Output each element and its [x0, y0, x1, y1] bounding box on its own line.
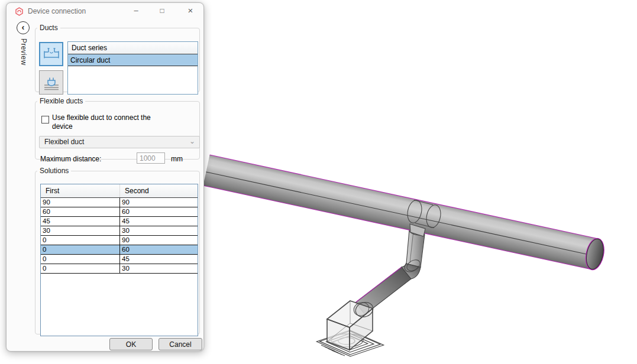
solutions-table-header: First Second — [41, 184, 198, 198]
ducts-group: Ducts Duct series — [35, 24, 200, 92]
table-cell: 0 — [41, 255, 120, 264]
device-connection-button[interactable] — [39, 70, 63, 95]
flexible-ducts-group-label: Flexible ducts — [37, 97, 85, 105]
maximum-distance-input[interactable] — [137, 152, 165, 164]
table-row[interactable]: 3030 — [41, 226, 198, 236]
table-cell: 30 — [41, 226, 120, 235]
solutions-table-body: 9090606045453030090060045030 — [41, 198, 198, 274]
flexible-ducts-group: Flexible ducts Use flexible duct to conn… — [35, 97, 200, 160]
column-header-first[interactable]: First — [41, 184, 120, 197]
table-row[interactable]: 060 — [41, 245, 198, 255]
device-connection-icon — [43, 74, 60, 92]
table-row[interactable]: 9090 — [41, 198, 198, 207]
duct-series-button[interactable] — [39, 42, 63, 66]
duct-list-header: Duct series — [68, 42, 198, 54]
solutions-table[interactable]: First Second 909060604545303009006004503… — [40, 184, 198, 336]
minimize-icon[interactable]: – — [130, 3, 143, 20]
titlebar[interactable]: Device connection – □ × — [7, 3, 203, 20]
table-row[interactable]: 4545 — [41, 217, 198, 226]
unit-label: mm — [171, 155, 183, 163]
maximize-icon[interactable]: □ — [156, 3, 169, 20]
duct-list-item[interactable]: Circular duct — [68, 54, 198, 66]
table-cell: 45 — [120, 217, 130, 226]
app-hexagon-icon — [15, 7, 24, 16]
window-title: Device connection — [28, 3, 86, 20]
flexible-duct-type-dropdown[interactable]: Flexibel duct ⌄ — [39, 136, 200, 148]
table-row[interactable]: 030 — [41, 264, 198, 274]
table-cell: 60 — [120, 245, 130, 254]
preview-tab[interactable]: Preview — [20, 38, 28, 65]
use-flexible-duct-checkbox[interactable] — [41, 116, 49, 124]
ok-button[interactable]: OK — [109, 338, 153, 350]
device-connection-dialog: Device connection – □ × ‹ Preview Ducts — [6, 2, 204, 352]
table-row[interactable]: 090 — [41, 236, 198, 245]
table-row[interactable]: 045 — [41, 255, 198, 264]
column-header-second[interactable]: Second — [120, 184, 149, 197]
table-cell: 90 — [41, 198, 120, 207]
flexible-duct-type-value: Flexibel duct — [44, 138, 84, 146]
chevron-down-icon: ⌄ — [189, 136, 195, 147]
table-cell: 30 — [120, 226, 130, 235]
main-circular-duct[interactable] — [203, 155, 606, 271]
table-cell: 0 — [41, 264, 120, 273]
device-plenum-box[interactable] — [327, 300, 375, 350]
table-cell: 90 — [120, 236, 130, 245]
cancel-button[interactable]: Cancel — [159, 338, 202, 350]
table-cell: 45 — [41, 217, 120, 226]
table-cell: 60 — [120, 207, 130, 216]
table-cell: 90 — [120, 198, 130, 207]
back-button[interactable]: ‹ — [17, 21, 30, 34]
duct-series-list[interactable]: Duct series Circular duct — [67, 41, 198, 95]
table-cell: 45 — [120, 255, 130, 264]
maximum-distance-label: Maximum distance: — [40, 155, 101, 163]
tee-duct-icon — [43, 46, 60, 63]
table-cell: 30 — [120, 264, 130, 273]
ducts-group-label: Ducts — [37, 24, 60, 32]
application-window: Device connection – □ × ‹ Preview Ducts — [0, 0, 637, 364]
table-cell: 0 — [41, 245, 120, 254]
use-flexible-duct-label: Use flexible duct to connect the device — [52, 113, 163, 131]
solutions-group: Solutions First Second 90906060454530300… — [35, 167, 200, 334]
solutions-group-label: Solutions — [37, 167, 71, 175]
table-cell: 0 — [41, 236, 120, 245]
branch-duct[interactable] — [355, 228, 425, 314]
close-icon[interactable]: × — [184, 3, 197, 20]
table-row[interactable]: 6060 — [41, 207, 198, 217]
table-cell: 60 — [41, 207, 120, 216]
